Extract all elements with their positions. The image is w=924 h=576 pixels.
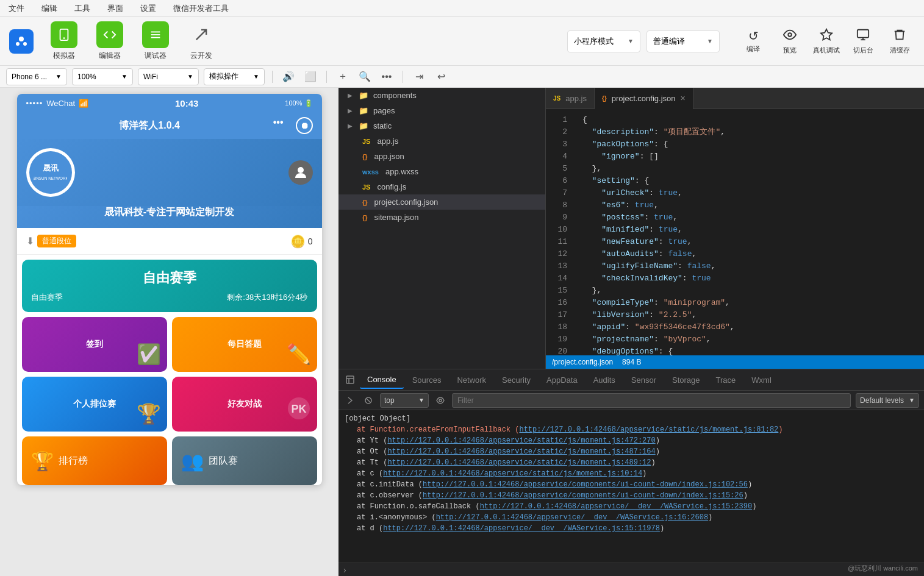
device-selector[interactable]: Phone 6 ... ▼ <box>6 68 67 85</box>
menu-edit[interactable]: 编辑 <box>39 2 60 15</box>
tab-security[interactable]: Security <box>495 371 538 389</box>
menu-view[interactable]: 界面 <box>105 2 126 15</box>
link-5[interactable]: http://127.0.0.1:42468/appservice/static… <box>383 469 642 478</box>
file-sitemap[interactable]: {} sitemap.json <box>338 210 545 225</box>
team-icon: 👥 <box>181 450 204 472</box>
checkin-icon: ✅ <box>137 343 161 366</box>
tab-sources[interactable]: Sources <box>405 371 449 389</box>
link-1[interactable]: http://127.0.0.1:42468/appservice/static… <box>519 425 778 434</box>
checkin-button[interactable]: 签到 ✅ <box>22 317 167 372</box>
separator-1 <box>272 71 273 83</box>
file-appjson[interactable]: {} app.json <box>338 149 545 164</box>
preview-icon <box>783 28 797 44</box>
editor-button[interactable]: 编辑器 <box>91 21 128 61</box>
link-10[interactable]: http://127.0.0.1:42468/appservice/__dev_… <box>383 524 660 533</box>
code-text: { "description": "项目配置文件", "packOptions"… <box>573 109 924 355</box>
json-badge3: {} <box>362 214 368 221</box>
more-icon[interactable]: ••• <box>273 117 284 134</box>
menu-tools[interactable]: 工具 <box>72 2 93 15</box>
right-tools: ↺ 编译 预览 真机调试 <box>738 28 915 55</box>
network-selector[interactable]: WiFi ▼ <box>138 68 199 85</box>
code-line-10: "minified": true, <box>573 224 924 236</box>
file-appjs[interactable]: JS app.js <box>338 133 545 149</box>
console-msg-0: [object Object] <box>345 413 918 424</box>
simulator-button[interactable]: 模拟器 <box>46 21 82 61</box>
menu-file[interactable]: 文件 <box>6 2 27 15</box>
tab-storage[interactable]: Storage <box>665 371 707 389</box>
link-8[interactable]: http://127.0.0.1:42468/appservice/__dev_… <box>480 502 752 511</box>
friend-battle-button[interactable]: 好友对战 PK <box>172 377 317 432</box>
tab-console[interactable]: Console <box>360 371 404 389</box>
bottom-bar: › <box>338 563 924 576</box>
tab-appjs[interactable]: JS app.js <box>546 88 595 109</box>
tab-audits[interactable]: Audits <box>586 371 623 389</box>
execute-icon[interactable] <box>343 394 357 407</box>
wrap-button[interactable]: ↩ <box>432 68 449 85</box>
daily-quiz-button[interactable]: 每日答题 ✏️ <box>172 317 317 372</box>
search-button[interactable]: 🔍 <box>356 68 373 85</box>
code-line-7: "urlCheck": true, <box>573 187 924 199</box>
separator-3 <box>403 71 403 83</box>
tab-network[interactable]: Network <box>449 371 493 389</box>
svg-rect-11 <box>858 29 868 37</box>
file-configjs[interactable]: JS config.js <box>338 179 545 194</box>
js-badge: JS <box>362 138 370 145</box>
levels-selector[interactable]: Default levels ▼ <box>856 393 919 408</box>
close-tab-icon[interactable]: × <box>681 93 686 103</box>
personal-rank-button[interactable]: 个人排位赛 🏆 <box>22 377 167 432</box>
compile-button[interactable]: ↺ 编译 <box>738 29 768 54</box>
leaderboard-button[interactable]: 🏆 排行榜 <box>22 436 167 485</box>
add-button[interactable]: ＋ <box>334 68 351 85</box>
debugger-button[interactable]: 调试器 <box>137 21 174 61</box>
clear-cache-icon <box>893 28 906 44</box>
svg-marker-10 <box>821 29 832 39</box>
real-device-button[interactable]: 真机调试 <box>811 28 842 55</box>
switch-background-button[interactable]: 切后台 <box>848 28 878 55</box>
cloud-button[interactable]: 云开发 <box>183 21 220 61</box>
svg-rect-6 <box>151 34 160 35</box>
status-bar: /project.config.json 894 B <box>546 355 924 369</box>
tab-appdata[interactable]: AppData <box>539 371 585 389</box>
screen-button[interactable]: ⬜ <box>302 68 319 85</box>
indent-button[interactable]: ⇥ <box>410 68 428 85</box>
compile-selector[interactable]: 普通编译 ▼ <box>646 30 720 52</box>
tab-projectconfig[interactable]: {} project.config.json × <box>595 88 693 109</box>
volume-button[interactable]: 🔊 <box>280 68 297 85</box>
tab-trace[interactable]: Trace <box>709 371 743 389</box>
eye-button[interactable] <box>434 394 447 407</box>
operation-selector[interactable]: 模拟操作 ▼ <box>204 68 265 85</box>
tab-wxml[interactable]: Wxml <box>744 371 779 389</box>
file-appwxss[interactable]: wxss app.wxss <box>338 164 545 179</box>
season-title: 自由赛季 <box>31 269 308 287</box>
devtools-inspect-icon[interactable] <box>342 371 359 388</box>
link-9[interactable]: http://127.0.0.1:42468/appservice/__dev_… <box>436 513 708 522</box>
zoom-selector[interactable]: 100% ▼ <box>72 68 133 85</box>
console-msg-5: at c (http://127.0.0.1:42468/appservice/… <box>345 468 918 479</box>
file-projectconfig[interactable]: {} project.config.json <box>338 194 545 210</box>
link-3[interactable]: http://127.0.0.1:42468/appservice/static… <box>387 447 655 456</box>
top-selector[interactable]: top ▼ <box>380 393 429 408</box>
svg-point-23 <box>439 399 442 402</box>
menu-wechat-devtools[interactable]: 微信开发者工具 <box>171 2 231 15</box>
clear-console-button[interactable] <box>362 394 375 407</box>
folder-static[interactable]: ▶ 📁 static <box>338 118 545 133</box>
menu-settings[interactable]: 设置 <box>138 2 159 15</box>
more-button[interactable]: ••• <box>378 68 395 85</box>
team-battle-button[interactable]: 👥 团队赛 <box>172 436 317 485</box>
link-2[interactable]: http://127.0.0.1:42468/appservice/static… <box>387 436 655 445</box>
tab-sensor[interactable]: Sensor <box>624 371 664 389</box>
bottom-grid: 🏆 排行榜 👥 团队赛 <box>17 436 322 485</box>
filter-input[interactable] <box>452 393 851 408</box>
link-4[interactable]: http://127.0.0.1:42468/appservice/static… <box>387 458 651 467</box>
mode-selector[interactable]: 小程序模式 ▼ <box>567 30 640 52</box>
clear-cache-button[interactable]: 清缓存 <box>884 28 915 55</box>
record-icon[interactable]: ⏺ <box>296 117 313 134</box>
folder-pages[interactable]: ▶ 📁 pages <box>338 103 545 118</box>
preview-button[interactable]: 预览 <box>775 28 805 55</box>
link-6[interactable]: http://127.0.0.1:42468/appservice/compon… <box>423 480 748 489</box>
link-7[interactable]: http://127.0.0.1:42468/appservice/compon… <box>423 491 743 500</box>
expand-icon[interactable]: › <box>343 565 346 575</box>
code-line-1: { <box>573 114 924 126</box>
user-avatar[interactable] <box>288 160 313 185</box>
folder-components[interactable]: ▶ 📁 components <box>338 88 545 103</box>
